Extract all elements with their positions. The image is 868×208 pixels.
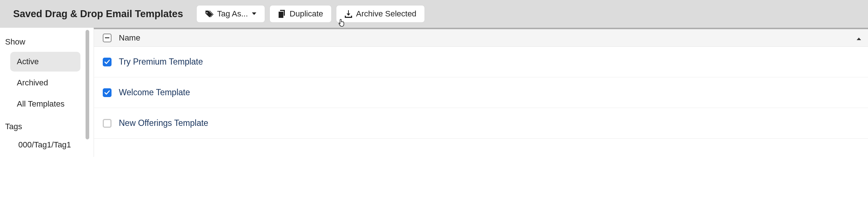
table-row: Try Premium Template [94,47,868,77]
sidebar-tag-item[interactable]: 000/Tag1/Tag1 [12,136,80,153]
table-row: New Offerings Template [94,108,868,139]
sidebar-item-active[interactable]: Active [10,52,80,72]
sidebar-item-all-templates[interactable]: All Templates [10,94,80,114]
sidebar-show-heading: Show [5,37,80,47]
scrollbar-thumb[interactable] [86,30,89,139]
table-row: Welcome Template [94,77,868,108]
sidebar-item-label: All Templates [17,99,64,108]
sidebar-item-label: Active [17,57,39,66]
archive-download-icon [344,10,352,18]
content-area: Show Active Archived All Templates Tags … [0,28,868,157]
copy-icon [278,10,286,18]
main-panel: Name Try Premium Template Welcome Templa… [94,28,868,157]
sidebar-tags-heading: Tags [5,122,80,131]
column-header-name[interactable]: Name [115,33,863,43]
select-all-checkbox[interactable] [103,34,112,42]
template-link[interactable]: Try Premium Template [115,57,203,67]
row-checkbox[interactable] [103,88,112,97]
duplicate-label: Duplicate [290,9,323,19]
template-link[interactable]: Welcome Template [115,88,190,97]
template-link[interactable]: New Offerings Template [115,118,208,128]
caret-down-icon [252,12,257,16]
sidebar-scrollbar[interactable] [86,28,92,157]
row-checkbox[interactable] [103,119,112,128]
tag-as-label: Tag As... [217,9,248,19]
duplicate-button[interactable]: Duplicate [269,5,332,23]
sidebar: Show Active Archived All Templates Tags … [0,28,86,157]
row-checkbox[interactable] [103,58,112,66]
archive-selected-button[interactable]: Archive Selected [336,5,425,23]
sidebar-item-label: Archived [17,78,48,87]
page-title: Saved Drag & Drop Email Templates [13,8,183,20]
sidebar-tag-label: 000/Tag1/Tag1 [18,140,71,149]
tag-as-button[interactable]: Tag As... [196,5,265,23]
sidebar-item-archived[interactable]: Archived [10,73,80,93]
tag-icon [205,10,214,18]
sort-asc-icon[interactable] [856,33,861,43]
header-bar: Saved Drag & Drop Email Templates Tag As… [0,0,868,28]
table-header: Name [94,29,868,47]
archive-label: Archive Selected [356,9,416,19]
